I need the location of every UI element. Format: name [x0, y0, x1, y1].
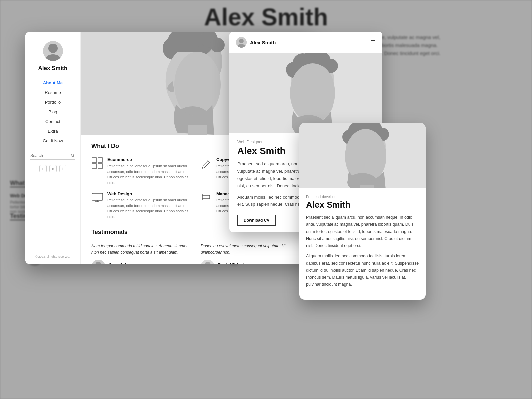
svg-line-7 — [73, 156, 74, 157]
sidebar-item-extra[interactable]: Extra — [30, 127, 75, 136]
ecommerce-icon — [91, 157, 103, 169]
svg-point-15 — [210, 38, 225, 52]
daniel-person: Daniel Pringle Rolling Thunder — [201, 260, 304, 264]
right-panel-header: Alex Smith ☰ — [229, 32, 382, 53]
mobile-card-body: Frontend-developer Alex Smith Praesent s… — [299, 188, 426, 300]
svg-point-34 — [239, 39, 244, 43]
right-panel-header-left: Alex Smith — [236, 37, 276, 48]
sidebar-item-blog[interactable]: Blog — [30, 107, 75, 116]
copywriter-icon — [200, 157, 212, 169]
management-icon — [200, 191, 212, 203]
testimonials-grid: Nam tempor commodo mi id sodales. Aenean… — [91, 243, 304, 264]
right-panel-avatar — [236, 37, 247, 48]
sidebar-search-box[interactable] — [30, 153, 75, 160]
search-icon — [71, 153, 75, 158]
mobile-card: Frontend-developer Alex Smith Praesent s… — [299, 123, 426, 300]
gary-avatar — [91, 260, 105, 264]
testimonial-daniel: Donec eu est vel metus consequat vulputa… — [201, 243, 304, 264]
right-panel-header-name: Alex Smith — [250, 40, 276, 45]
svg-point-43 — [290, 63, 335, 123]
testimonial-gary: Nam tempor commodo mi id sodales. Aenean… — [91, 243, 194, 264]
sidebar-social: t in f — [39, 165, 66, 172]
hamburger-icon[interactable]: ☰ — [370, 39, 376, 46]
svg-point-4 — [48, 44, 58, 53]
download-cv-button[interactable]: Download CV — [237, 215, 276, 226]
mobile-card-desc1: Praesent sed aliquam arcu, non accumsan … — [306, 214, 419, 249]
svg-rect-21 — [92, 164, 97, 168]
gary-testimonial-text: Nam tempor commodo mi id sodales. Aenean… — [91, 243, 194, 256]
ecommerce-title: Ecommerce — [107, 157, 195, 162]
mobile-card-hero — [299, 123, 426, 188]
linkedin-icon[interactable]: in — [49, 165, 57, 172]
search-input[interactable] — [30, 153, 71, 158]
sidebar: Alex Smith About Me Resume Portfolio Blo… — [25, 32, 81, 264]
sidebar-footer: © 2023 All rights reserved. — [35, 255, 70, 259]
testimonials-title: Testimonials — [91, 229, 128, 236]
daniel-name: Daniel Pringle — [218, 262, 247, 264]
sidebar-item-contact[interactable]: Contact — [30, 117, 75, 126]
web-design-icon — [91, 191, 103, 203]
svg-rect-19 — [92, 158, 97, 162]
sidebar-item-resume[interactable]: Resume — [30, 88, 75, 97]
mobile-card-title: Alex Smith — [306, 200, 419, 210]
mobile-card-role: Frontend-developer — [306, 195, 419, 199]
bg-page-title: Alex Smith — [204, 3, 328, 31]
svg-rect-18 — [188, 125, 207, 135]
svg-rect-20 — [98, 158, 103, 162]
web-design-desc: Pellentesque pellentesque, ipsum sit ame… — [107, 198, 195, 219]
sidebar-item-about[interactable]: About Me — [30, 78, 75, 87]
svg-point-5 — [46, 54, 60, 61]
svg-point-6 — [71, 154, 74, 156]
mobile-card-desc2: Aliquam mollis, leo nec commodo facilisi… — [306, 253, 419, 288]
right-panel-hero-image — [229, 53, 382, 133]
gary-person: Gary Johnson Locost Accessories — [91, 260, 194, 264]
facebook-icon[interactable]: f — [59, 165, 66, 172]
gary-name: Gary Johnson — [109, 262, 140, 264]
service-web-design: Web Design Pellentesque pellentesque, ip… — [91, 191, 195, 219]
daniel-avatar — [201, 260, 215, 264]
sidebar-nav: About Me Resume Portfolio Blog Contact E… — [30, 78, 75, 145]
daniel-testimonial-text: Donec eu est vel metus consequat vulputa… — [201, 243, 304, 256]
sidebar-item-portfolio[interactable]: Portfolio — [30, 98, 75, 107]
what-i-do-title: What I Do — [91, 143, 119, 150]
svg-rect-23 — [92, 193, 103, 200]
svg-rect-22 — [98, 164, 103, 168]
web-design-title: Web Design — [107, 191, 195, 196]
service-ecommerce: Ecommerce Pellentesque pellentesque, ips… — [91, 157, 195, 185]
svg-rect-55 — [360, 185, 374, 188]
sidebar-item-get-it-now[interactable]: Get it Now — [30, 136, 75, 145]
twitter-icon[interactable]: t — [39, 165, 47, 172]
sidebar-name: Alex Smith — [38, 65, 67, 72]
sidebar-avatar — [43, 41, 63, 61]
ecommerce-desc: Pellentesque pellentesque, ipsum sit ame… — [107, 163, 195, 185]
